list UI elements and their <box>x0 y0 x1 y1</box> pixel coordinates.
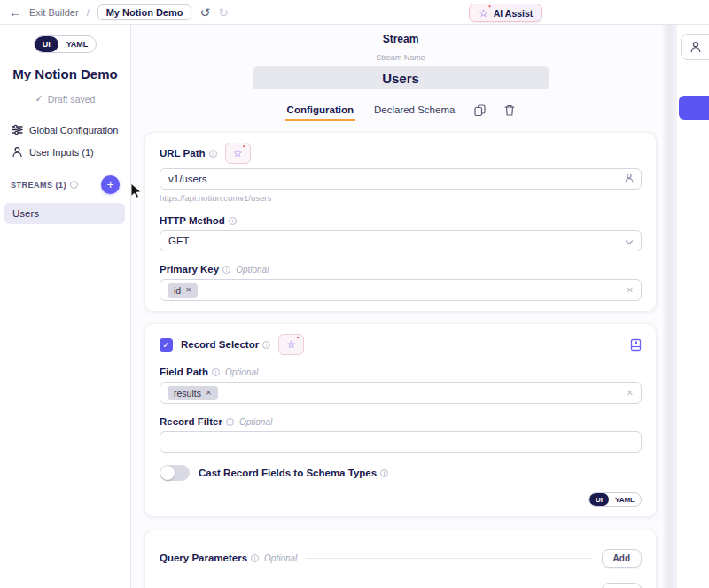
add-stream-button[interactable] <box>101 175 120 194</box>
info-icon <box>70 181 78 189</box>
primary-key-label: Primary Key <box>160 264 219 275</box>
query-parameters-label: Query Parameters <box>160 553 247 563</box>
url-preview-text: https://api.notion.comv1/users <box>160 193 642 203</box>
user-icon <box>690 41 702 53</box>
field-path-tag-input[interactable]: results <box>160 382 642 404</box>
clear-all-icon[interactable] <box>627 388 634 398</box>
tab-configuration[interactable]: Configuration <box>285 103 355 121</box>
draft-status-label: Draft saved <box>48 94 96 104</box>
panel-resize-handle[interactable] <box>663 25 677 588</box>
yaml-toggle-option[interactable]: YAML <box>609 493 641 506</box>
testing-values-button[interactable] <box>681 34 709 60</box>
add-query-parameter-button[interactable]: Add <box>602 549 642 568</box>
redo-icon[interactable] <box>218 6 229 19</box>
exit-builder-link[interactable]: Exit Builder <box>29 7 79 18</box>
cast-record-fields-toggle[interactable] <box>160 465 190 481</box>
tag-chip: results <box>168 386 218 400</box>
chevron-down-icon <box>626 237 633 244</box>
docs-icon[interactable] <box>630 338 642 352</box>
info-icon <box>251 554 259 562</box>
user-interpolation-icon[interactable] <box>624 173 635 183</box>
optional-badge: Optional <box>264 553 297 563</box>
http-method-label: HTTP Method <box>160 215 225 226</box>
ai-assist-label: AI Assist <box>494 8 534 19</box>
info-icon <box>380 469 388 477</box>
stream-panel-title: Stream <box>144 33 657 45</box>
request-options-card: URL Path https://api.notion.comv1/users … <box>144 132 657 312</box>
clear-all-icon[interactable] <box>627 285 634 295</box>
url-path-input[interactable] <box>160 168 642 190</box>
sidebar-item-user-inputs[interactable]: User Inputs (1) <box>0 141 130 163</box>
breadcrumb-separator: / <box>87 7 90 18</box>
sidebar: UI YAML My Notion Demo Draft saved Globa… <box>0 25 131 588</box>
sparkle-icon <box>233 148 243 159</box>
optional-badge: Optional <box>239 417 272 427</box>
record-selector-title: Record Selector <box>181 339 259 350</box>
ai-assist-button[interactable]: AI Assist <box>469 4 542 22</box>
url-path-label: URL Path <box>160 148 206 159</box>
optional-badge: Optional <box>225 368 258 377</box>
sliders-icon <box>12 124 23 135</box>
info-icon <box>222 266 230 274</box>
http-method-value: GET <box>168 236 190 246</box>
undo-icon[interactable] <box>199 6 210 19</box>
optional-badge: Optional <box>236 265 269 275</box>
stream-tabs: Configuration Declared Schema <box>144 101 657 122</box>
record-selector-card: Record Selector Field Path Optional <box>144 323 657 517</box>
stream-config-panel: Stream Stream Name Users Configuration D… <box>131 25 675 588</box>
record-selector-ai-button[interactable] <box>278 334 304 355</box>
delete-stream-icon[interactable] <box>503 104 516 117</box>
stream-name-field[interactable]: Users <box>253 66 549 89</box>
remove-tag-icon[interactable] <box>206 389 212 397</box>
user-icon <box>12 146 23 158</box>
info-icon <box>262 341 270 349</box>
tag-chip-label: id <box>174 285 181 296</box>
sidebar-item-label: User Inputs (1) <box>29 147 94 158</box>
info-icon <box>229 217 237 225</box>
sidebar-item-label: Global Configuration <box>29 125 118 135</box>
record-filter-input[interactable] <box>160 431 642 453</box>
draft-status: Draft saved <box>0 93 130 104</box>
record-selector-ui-yaml-toggle[interactable]: UI YAML <box>588 492 642 507</box>
sidebar-item-global-configuration[interactable]: Global Configuration <box>0 119 130 141</box>
info-icon <box>212 368 220 376</box>
sparkle-icon <box>479 8 488 19</box>
connector-title: My Notion Demo <box>0 66 130 81</box>
http-method-select[interactable]: GET <box>160 230 642 251</box>
sparkle-icon <box>286 339 296 350</box>
test-stream-button[interactable] <box>679 96 709 120</box>
topbar: Exit Builder / My Notion Demo AI Assist <box>0 0 709 25</box>
project-name-field[interactable]: My Notion Demo <box>97 4 192 20</box>
tab-declared-schema[interactable]: Declared Schema <box>372 103 456 121</box>
cast-toggle-label: Cast Record Fields to Schema Types <box>199 468 377 478</box>
ui-yaml-toggle[interactable]: UI YAML <box>34 35 97 53</box>
request-parameters-card: Query Parameters Optional Add Request He… <box>144 530 657 588</box>
remove-tag-icon[interactable] <box>185 286 191 294</box>
back-icon[interactable] <box>9 5 21 19</box>
record-selector-checkbox[interactable] <box>160 338 173 352</box>
tag-chip: id <box>168 283 198 298</box>
yaml-toggle-option[interactable]: YAML <box>58 36 97 52</box>
info-icon <box>226 418 234 426</box>
copy-stream-icon[interactable] <box>473 104 487 117</box>
record-filter-label: Record Filter <box>160 416 222 427</box>
info-icon <box>209 150 217 158</box>
stream-name-label: Stream Name <box>144 53 657 62</box>
primary-key-tag-input[interactable]: id <box>160 279 642 301</box>
tag-chip-label: results <box>174 388 201 398</box>
url-path-ai-button[interactable] <box>225 143 251 164</box>
streams-section-header: STREAMS (1) <box>11 181 66 190</box>
ui-toggle-option[interactable]: UI <box>35 36 58 52</box>
stream-list-item-users[interactable]: Users <box>4 203 125 224</box>
ui-toggle-option[interactable]: UI <box>589 493 609 506</box>
field-path-label: Field Path <box>160 367 208 377</box>
add-request-header-button[interactable]: Add <box>602 583 642 588</box>
check-icon <box>35 93 43 104</box>
